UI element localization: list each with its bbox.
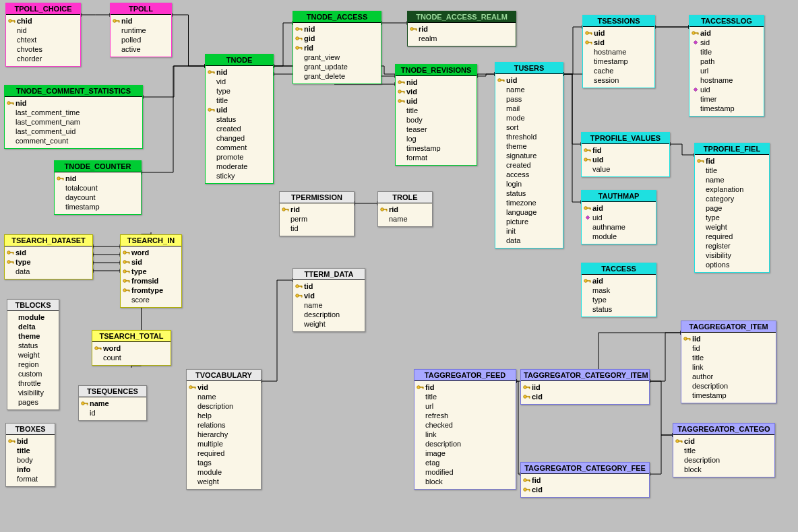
svg-point-149 bbox=[123, 289, 127, 292]
table-tagg_item[interactable]: TAGGREGATOR_ITEMiidfidtitlelinkauthordes… bbox=[681, 321, 776, 403]
column-row: url bbox=[691, 66, 762, 75]
table-tnode[interactable]: TNODEnidvidtypetitleuidstatuscreatedchan… bbox=[205, 54, 274, 184]
column-list: aidsidtitlepathurlhostnameuidtimertimest… bbox=[689, 27, 764, 116]
table-tprofile_values[interactable]: TPROFILE_VALUESfiduidvalue bbox=[581, 132, 670, 177]
primary-key-icon bbox=[295, 35, 304, 42]
column-name: explanation bbox=[706, 185, 743, 194]
table-tnode_comment_statistics[interactable]: TNODE_COMMENT_STATISTICSnidlast_comment_… bbox=[4, 85, 143, 149]
primary-key-icon bbox=[7, 438, 17, 444]
column-name: module bbox=[197, 467, 222, 477]
column-name: moderate bbox=[216, 162, 247, 171]
column-name: uid bbox=[700, 85, 710, 94]
table-tblocks[interactable]: TBLOCKSmoduledeltathemestatusweightregio… bbox=[7, 299, 59, 410]
table-tnode_revisions[interactable]: TNODE_REVISIONSnidviduidtitlebodyteaserl… bbox=[395, 64, 477, 166]
column-row: perm bbox=[281, 214, 352, 224]
column-row: last_comment_nam bbox=[6, 117, 141, 127]
column-row: timestamp bbox=[397, 143, 475, 153]
table-tsearch_dataset[interactable]: TSEARCH_DATASETsidtypedata bbox=[4, 234, 93, 279]
column-name: visibility bbox=[706, 251, 731, 260]
column-name: login bbox=[506, 179, 522, 189]
column-list: vidnamedescriptionhelprelationshierarchy… bbox=[187, 381, 261, 489]
table-header: TBLOCKS bbox=[7, 300, 59, 311]
svg-rect-127 bbox=[288, 210, 288, 211]
table-tpoll_choice[interactable]: TPOLL_CHOICEchidnidchtextchvoteschorder bbox=[5, 3, 81, 67]
table-tauthmap[interactable]: TAUTHMAPaiduidauthnamemodule bbox=[581, 190, 656, 244]
table-tnode_counter[interactable]: TNODE_COUNTERnidtotalcountdaycounttimest… bbox=[54, 160, 142, 215]
column-name: grant_delete bbox=[304, 71, 345, 81]
column-name: hostname bbox=[700, 75, 733, 85]
column-name: category bbox=[706, 194, 734, 203]
table-tsearch_total[interactable]: TSEARCH_TOTALwordcount bbox=[92, 330, 171, 366]
column-row: type bbox=[696, 213, 768, 222]
table-header: TNODE_ACCESS bbox=[293, 11, 381, 23]
svg-point-185 bbox=[684, 337, 687, 341]
table-tagg_cat_item[interactable]: TAGGREGATOR_CATEGORY_ITEMiidcid bbox=[520, 369, 650, 405]
svg-rect-133 bbox=[13, 253, 13, 255]
column-name: fromsid bbox=[131, 276, 158, 286]
column-row: picture bbox=[497, 217, 561, 226]
svg-point-143 bbox=[123, 270, 127, 273]
table-trole[interactable]: TROLEridname bbox=[377, 191, 433, 227]
column-row: session bbox=[584, 75, 653, 85]
svg-rect-181 bbox=[529, 481, 530, 482]
column-name: visibility bbox=[18, 388, 44, 397]
column-name: format bbox=[17, 474, 38, 484]
primary-key-icon bbox=[6, 259, 16, 265]
svg-point-152 bbox=[95, 347, 98, 350]
table-tboxes[interactable]: TBOXESbidtitlebodyinfoformat bbox=[5, 423, 55, 487]
svg-rect-163 bbox=[195, 388, 195, 389]
column-row: module bbox=[583, 232, 654, 241]
column-name: mask bbox=[592, 286, 610, 295]
table-tsearch_index[interactable]: TSEARCH_INwordsidtypefromsidfromtypescor… bbox=[120, 234, 182, 308]
column-row: body bbox=[397, 115, 475, 125]
table-header: TPOLL bbox=[111, 3, 171, 15]
table-tpermission[interactable]: TPERMISSIONridpermtid bbox=[279, 191, 355, 236]
column-name: description bbox=[197, 401, 233, 411]
column-row: uid bbox=[583, 155, 668, 164]
svg-point-101 bbox=[586, 41, 589, 44]
column-row: weight bbox=[696, 222, 768, 232]
svg-rect-88 bbox=[404, 83, 404, 84]
column-row: created bbox=[207, 124, 272, 133]
column-row: value bbox=[583, 164, 668, 174]
table-tnode_access_realm[interactable]: TNODE_ACCESS_REALMridrealm bbox=[407, 11, 516, 46]
table-tagg_category[interactable]: TAGGREGATOR_CATEGOcidtitledescriptionblo… bbox=[673, 423, 775, 477]
table-tsequences[interactable]: TSEQUENCESnameid bbox=[78, 385, 147, 421]
column-row: chvotes bbox=[7, 44, 79, 54]
column-row: title bbox=[683, 353, 774, 362]
table-tagg_cat_feed[interactable]: TAGGREGATOR_CATEGORY_FEEfidcid bbox=[520, 462, 650, 498]
column-row: status bbox=[583, 304, 654, 314]
column-row: description bbox=[683, 381, 774, 391]
column-name: runtime bbox=[121, 26, 146, 35]
table-header: TNODE_REVISIONS bbox=[396, 65, 477, 76]
table-taccess[interactable]: TACCESSaidmasktypestatus bbox=[581, 263, 656, 317]
column-name: weight bbox=[18, 350, 40, 360]
column-name: signature bbox=[506, 151, 536, 160]
table-tpoll[interactable]: TPOLLnidruntimepolledactive bbox=[110, 3, 172, 57]
column-name: info bbox=[17, 465, 30, 474]
table-tterm_data[interactable]: TTERM_DATAtidvidnamedescriptionweight bbox=[293, 268, 365, 332]
column-name: weight bbox=[706, 222, 727, 232]
column-name: rid bbox=[419, 24, 428, 34]
table-tusers[interactable]: TUSERSuidnamepassmailmodesortthresholdth… bbox=[495, 62, 563, 248]
table-taccesslog[interactable]: TACCESSLOGaidsidtitlepathurlhostnameuidt… bbox=[689, 15, 764, 117]
column-row: throttle bbox=[9, 378, 57, 388]
primary-key-icon bbox=[295, 283, 304, 290]
column-row: grant_update bbox=[295, 62, 379, 71]
table-tagg_feed[interactable]: TAGGREGATOR_FEEDfidtitleurlrefreshchecke… bbox=[414, 369, 516, 490]
column-row: rid bbox=[281, 205, 352, 214]
primary-key-icon bbox=[497, 77, 506, 84]
primary-key-icon bbox=[691, 30, 700, 36]
table-tsessions[interactable]: TSESSIONSuidsidhostnametimestampcacheses… bbox=[582, 15, 655, 88]
column-name: tid bbox=[290, 224, 299, 233]
er-diagram-canvas[interactable]: TPOLL_CHOICEchidnidchtextchvoteschorderT… bbox=[0, 0, 798, 532]
svg-rect-121 bbox=[586, 215, 590, 220]
column-row: tid bbox=[295, 281, 363, 291]
column-row: help bbox=[188, 411, 259, 420]
table-tvocabulary[interactable]: TVOCABULARYvidnamedescriptionhelprelatio… bbox=[186, 369, 262, 490]
column-name: timestamp bbox=[406, 143, 441, 153]
table-tprofile_fields[interactable]: TPROFILE_FIELfidtitlenameexplanationcate… bbox=[694, 143, 770, 273]
column-name: pages bbox=[18, 397, 38, 407]
table-tnode_access[interactable]: TNODE_ACCESSnidgidridgrant_viewgrant_upd… bbox=[293, 11, 381, 84]
svg-rect-79 bbox=[301, 39, 302, 40]
